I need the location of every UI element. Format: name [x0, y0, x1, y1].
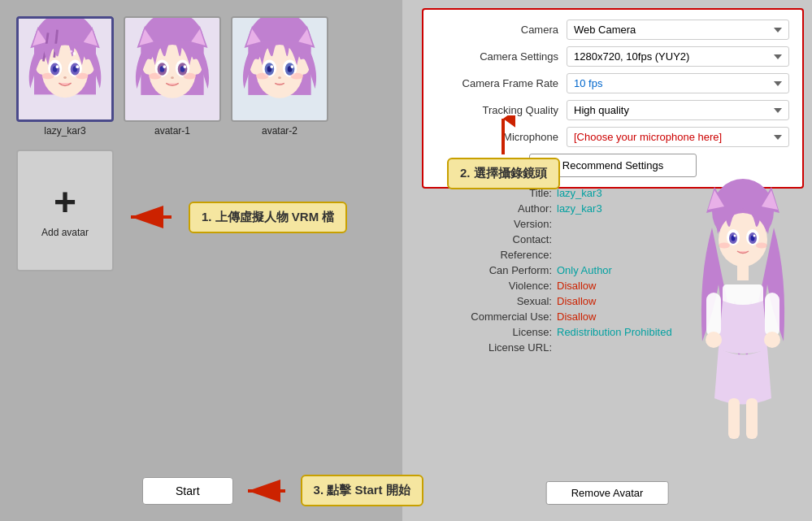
violence-key: Violence: — [410, 280, 557, 292]
license-url-key: License URL: — [410, 341, 557, 354]
step1-arrow — [127, 205, 176, 229]
remove-avatar-button[interactable]: Remove Avatar — [546, 481, 669, 505]
svg-point-82 — [734, 235, 736, 237]
step2-container: 2. 選擇攝錄鏡頭 — [447, 115, 560, 189]
can-perform-key: Can Perform: — [410, 264, 557, 276]
avatar-label-1: avatar-1 — [124, 125, 221, 137]
left-panel: lazy_kar3 — [0, 0, 402, 521]
license-key: License: — [410, 326, 557, 338]
step2-bubble: 2. 選擇攝錄鏡頭 — [447, 158, 560, 189]
camera-label: Camera — [436, 24, 567, 36]
frame-rate-label: Camera Frame Rate — [436, 77, 567, 89]
svg-point-89 — [706, 332, 722, 348]
frame-rate-select[interactable]: 10 fps — [567, 73, 789, 93]
svg-point-42 — [149, 73, 161, 80]
camera-settings-row: Camera Settings 1280x720, 10fps (YUY2) — [436, 46, 789, 67]
svg-point-64 — [291, 73, 303, 80]
avatar-label-lazy-kar3: lazy_kar3 — [16, 125, 114, 137]
author-key: Author: — [410, 202, 557, 215]
step3-arrow — [245, 480, 289, 502]
camera-settings-label: Camera Settings — [436, 50, 567, 63]
svg-point-22 — [70, 50, 72, 53]
svg-point-63 — [256, 73, 268, 80]
camera-row: Camera Web Camera — [436, 20, 789, 40]
svg-rect-87 — [706, 293, 721, 337]
version-key: Version: — [410, 218, 557, 230]
svg-rect-92 — [746, 398, 758, 439]
sexual-key: Sexual: — [410, 295, 557, 307]
camera-settings-select[interactable]: 1280x720, 10fps (YUY2) — [567, 46, 789, 67]
avatar-card-2[interactable]: avatar-2 — [231, 16, 328, 137]
svg-point-84 — [719, 243, 730, 249]
svg-point-18 — [63, 76, 67, 79]
title-value: lazy_kar3 — [557, 187, 602, 199]
svg-rect-91 — [728, 398, 740, 439]
can-perform-value: Only Author — [557, 264, 612, 276]
add-avatar-label: Add avatar — [41, 227, 89, 238]
sexual-value: Disallow — [557, 295, 596, 307]
commercial-value: Disallow — [557, 310, 596, 323]
svg-rect-86 — [737, 264, 749, 280]
svg-point-17 — [76, 65, 79, 68]
microphone-select[interactable]: [Choose your microphone here] — [567, 127, 789, 147]
svg-point-21 — [73, 52, 76, 55]
step3-bubble: 3. 點擊 Start 開始 — [301, 475, 423, 506]
svg-point-85 — [756, 243, 767, 249]
commercial-key: Commercial Use: — [410, 310, 557, 323]
svg-point-20 — [76, 73, 88, 80]
plus-icon: + — [54, 183, 76, 222]
avatar-card-lazy-kar3[interactable]: lazy_kar3 — [16, 16, 114, 137]
add-avatar-button[interactable]: + Add avatar — [16, 150, 114, 271]
right-panel: Camera Web Camera Camera Settings 1280x7… — [402, 0, 812, 521]
avatar-image-box-2 — [231, 16, 328, 122]
tracking-quality-select[interactable]: High quality — [567, 100, 789, 120]
svg-point-60 — [270, 65, 273, 68]
svg-point-39 — [163, 65, 166, 68]
tracking-quality-label: Tracking Quality — [436, 104, 567, 116]
avatar-image-box-1 — [124, 16, 221, 122]
svg-point-61 — [291, 65, 294, 68]
start-button[interactable]: Start — [142, 477, 233, 505]
svg-point-16 — [56, 65, 59, 68]
svg-point-43 — [184, 73, 196, 80]
license-value: Redistribution Prohibited — [557, 326, 672, 338]
step1-bubble: 1. 上傳虛擬人物 VRM 檔 — [189, 202, 347, 233]
svg-point-40 — [184, 65, 187, 68]
bottom-actions: Start 3. 點擊 Start 開始 — [142, 475, 423, 506]
step2-arrow — [491, 115, 515, 156]
svg-point-90 — [764, 332, 780, 348]
add-avatar-section: + Add avatar 1. 上傳虛擬人物 VRM 檔 — [16, 150, 386, 284]
svg-point-71 — [719, 213, 767, 267]
svg-point-83 — [753, 235, 756, 237]
svg-point-62 — [278, 76, 281, 79]
avatar-label-2: avatar-2 — [231, 125, 328, 137]
svg-rect-88 — [765, 293, 779, 337]
svg-point-19 — [42, 73, 54, 80]
avatar-preview — [682, 179, 812, 423]
reference-key: Reference: — [410, 249, 557, 261]
camera-select[interactable]: Web Camera — [567, 20, 789, 40]
frame-rate-row: Camera Frame Rate 10 fps — [436, 73, 789, 93]
author-value: lazy_kar3 — [557, 202, 602, 215]
violence-value: Disallow — [557, 280, 596, 292]
svg-point-41 — [171, 76, 174, 79]
contact-key: Contact: — [410, 233, 557, 245]
avatar-grid: lazy_kar3 — [16, 16, 386, 137]
avatar-image-box — [16, 16, 114, 122]
avatar-card-1[interactable]: avatar-1 — [124, 16, 221, 137]
